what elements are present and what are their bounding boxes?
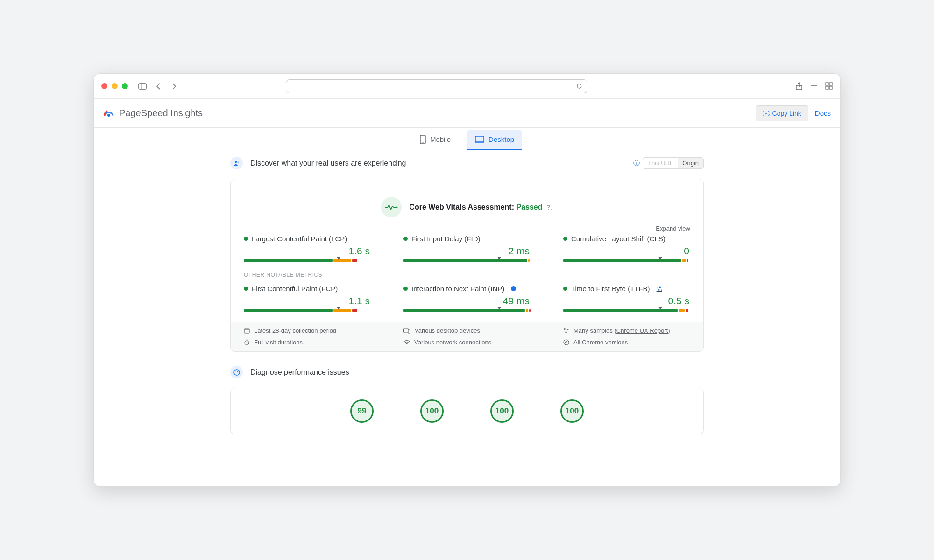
- info-badge-icon[interactable]: [511, 286, 516, 291]
- metric-name[interactable]: First Input Delay (FID): [403, 235, 531, 243]
- app-title: PageSpeed Insights: [119, 108, 203, 119]
- copy-link-button[interactable]: Copy Link: [756, 105, 808, 121]
- sidebar-toggle-icon[interactable]: [137, 81, 148, 91]
- cwv-assessment: Core Web Vitals Assessment: Passed ?⃝: [244, 189, 690, 225]
- expand-view-link[interactable]: Expand view: [244, 225, 690, 232]
- devices-icon: [403, 328, 410, 334]
- summary-devices: Various desktop devices: [403, 327, 531, 334]
- wifi-icon: [403, 340, 410, 345]
- chrome-icon: [563, 339, 569, 345]
- metric-value: 2 ms: [403, 245, 530, 257]
- dist-ni: [682, 259, 686, 262]
- back-button[interactable]: [153, 81, 163, 91]
- status-dot-icon: [563, 237, 567, 241]
- dist-bar: [403, 309, 531, 313]
- diagnose-header: Diagnose performance issues: [230, 361, 704, 383]
- close-window-icon[interactable]: [101, 83, 107, 89]
- experimental-icon[interactable]: ⚗: [657, 285, 662, 292]
- lighthouse-score[interactable]: 100: [490, 399, 514, 423]
- svg-rect-13: [475, 136, 484, 142]
- docs-link[interactable]: Docs: [815, 109, 831, 117]
- lighthouse-score[interactable]: 100: [420, 399, 444, 423]
- dist-bar: [244, 309, 371, 313]
- link-icon: [763, 111, 770, 116]
- svg-point-24: [565, 331, 567, 333]
- vitals-icon: [381, 197, 402, 217]
- summary-period: Latest 28-day collection period: [244, 327, 371, 334]
- minimize-window-icon[interactable]: [112, 83, 118, 89]
- metric-name[interactable]: First Contentful Paint (FCP): [244, 285, 371, 293]
- svg-rect-7: [829, 83, 832, 85]
- field-data-title: Discover what your real users are experi…: [250, 159, 406, 168]
- svg-point-10: [107, 114, 110, 117]
- dist-good: [244, 259, 333, 262]
- status-dot-icon: [244, 237, 248, 241]
- crux-report-link[interactable]: Chrome UX Report: [616, 327, 668, 334]
- percentile-marker-icon: [658, 307, 662, 310]
- status-dot-icon: [244, 287, 248, 291]
- svg-point-15: [234, 161, 236, 162]
- core-metric: Largest Contentful Paint (LCP) 1.6 s: [244, 235, 371, 263]
- status-dot-icon: [403, 237, 408, 241]
- titlebar: [94, 74, 840, 99]
- svg-rect-21: [408, 329, 410, 333]
- metric-value: 49 ms: [403, 295, 530, 307]
- svg-rect-18: [244, 329, 249, 333]
- scope-origin[interactable]: Origin: [678, 158, 703, 168]
- help-icon[interactable]: ?⃝: [546, 203, 553, 211]
- share-icon[interactable]: [795, 82, 803, 91]
- metric-value: 0.5 s: [563, 295, 689, 307]
- metric-name[interactable]: Largest Contentful Paint (LCP): [244, 235, 371, 243]
- svg-rect-6: [826, 83, 828, 85]
- field-data-card: Core Web Vitals Assessment: Passed ?⃝ Ex…: [230, 179, 704, 352]
- svg-point-28: [564, 340, 569, 345]
- dist-ni: [526, 309, 528, 312]
- logo[interactable]: PageSpeed Insights: [103, 108, 203, 119]
- other-metrics-grid: First Contentful Paint (FCP) 1.1 s Inter…: [244, 285, 690, 313]
- scope-this-url[interactable]: This URL: [643, 158, 678, 168]
- info-icon[interactable]: ⓘ: [633, 159, 640, 168]
- maximize-window-icon[interactable]: [122, 83, 128, 89]
- pagespeed-logo-icon: [103, 108, 114, 119]
- svg-rect-9: [829, 86, 832, 89]
- core-metric: Cumulative Layout Shift (CLS) 0: [563, 235, 690, 263]
- summary-samples: Many samples (Chrome UX Report): [563, 327, 690, 334]
- svg-point-29: [566, 342, 567, 343]
- metric-name[interactable]: Cumulative Layout Shift (CLS): [563, 235, 690, 243]
- forward-button[interactable]: [169, 81, 179, 91]
- tab-desktop[interactable]: Desktop: [467, 130, 522, 150]
- tabs-overview-icon[interactable]: [825, 82, 833, 91]
- dist-ni: [679, 309, 685, 312]
- tab-mobile[interactable]: Mobile: [412, 129, 458, 151]
- svg-point-17: [396, 207, 398, 208]
- other-metric: Interaction to Next Paint (INP) 49 ms: [403, 285, 531, 313]
- metric-name[interactable]: Time to First Byte (TTFB)⚗: [563, 285, 690, 293]
- percentile-marker-icon: [658, 257, 662, 260]
- other-metric: Time to First Byte (TTFB)⚗ 0.5 s: [563, 285, 690, 313]
- browser-window: PageSpeed Insights Copy Link Docs Mobile…: [93, 73, 841, 487]
- new-tab-icon[interactable]: [810, 82, 818, 91]
- percentile-marker-icon: [337, 307, 340, 310]
- dist-bar: [563, 259, 690, 263]
- content: Discover what your real users are experi…: [94, 152, 840, 486]
- dist-good: [563, 259, 681, 262]
- cwv-label: Core Web Vitals Assessment:: [409, 203, 514, 211]
- metric-value: 1.1 s: [244, 295, 370, 307]
- dist-good: [403, 309, 525, 312]
- svg-point-16: [237, 161, 239, 163]
- lighthouse-score[interactable]: 100: [560, 399, 584, 423]
- dist-poor: [352, 309, 357, 312]
- metric-name[interactable]: Interaction to Next Paint (INP): [403, 285, 531, 293]
- reload-icon[interactable]: [576, 83, 582, 89]
- copy-link-label: Copy Link: [772, 110, 801, 117]
- svg-point-22: [564, 328, 566, 330]
- samples-icon: [563, 328, 569, 334]
- lighthouse-card: 99100100100: [230, 388, 704, 434]
- users-icon: [230, 157, 243, 169]
- lighthouse-score[interactable]: 99: [350, 399, 374, 423]
- other-metric: First Contentful Paint (FCP) 1.1 s: [244, 285, 371, 313]
- core-metrics-grid: Largest Contentful Paint (LCP) 1.6 s Fir…: [244, 235, 690, 263]
- window-controls: [101, 83, 128, 89]
- address-bar[interactable]: [286, 79, 587, 93]
- dist-poor: [529, 309, 531, 312]
